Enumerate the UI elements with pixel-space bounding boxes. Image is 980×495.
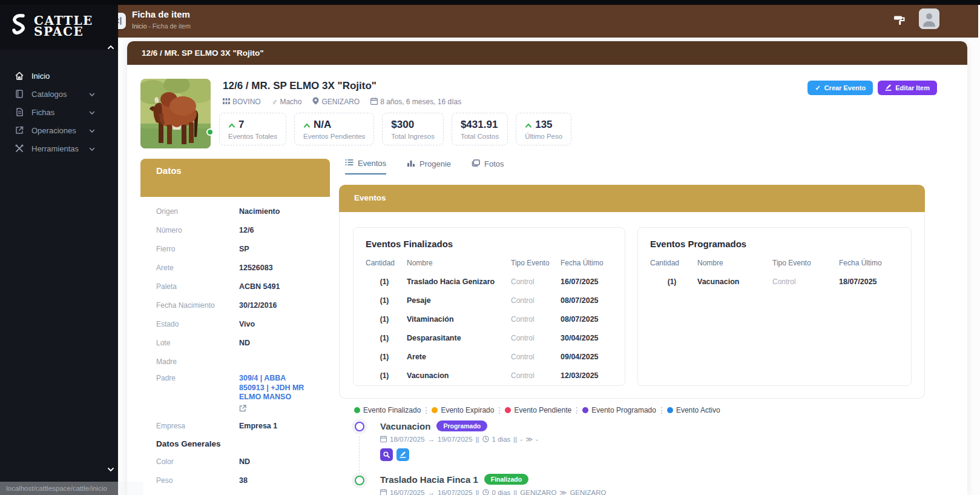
- breadcrumb-home[interactable]: Inicio: [132, 22, 147, 30]
- sidebar-item-fichas[interactable]: Fichas: [0, 103, 118, 121]
- datos-generales-title: Datos Generales: [140, 436, 330, 453]
- timeline-item-traslado: Traslado Hacia Finca 1 Finalizado 16/07/…: [380, 474, 606, 495]
- yellow-dot-icon: [432, 407, 438, 413]
- datos-row-color: ColorND: [140, 453, 330, 471]
- tab-progenie[interactable]: Progenie: [407, 159, 451, 174]
- stat-eventos-totales: 7 Eventos Totales: [219, 113, 286, 145]
- datos-row-padre: Padre 309/4 | ABBA 850913 | +JDH MR ELMO…: [140, 371, 330, 417]
- age-label: 8 años, 6 meses, 16 días: [380, 98, 461, 106]
- tab-eventos[interactable]: Eventos: [345, 159, 386, 174]
- calendar-icon: [380, 436, 387, 444]
- list-icon: [345, 159, 354, 168]
- male-icon: ♂: [272, 98, 278, 107]
- eventos-finalizados-card: Eventos Finalizados Cantidad Nombre Tipo…: [353, 227, 625, 386]
- table-row[interactable]: (1)VitaminaciónControl08/07/2025: [366, 315, 613, 324]
- stat-label: Eventos Pendientes: [303, 133, 365, 140]
- route-separator: ≫: [525, 435, 533, 444]
- calendar-icon: [370, 98, 378, 107]
- sidebar-item-operaciones[interactable]: Operaciones: [0, 121, 118, 139]
- tab-fotos[interactable]: Fotos: [472, 159, 504, 174]
- species-grid-icon: [223, 98, 230, 107]
- pipes-separator: ||: [476, 489, 479, 495]
- datos-panel-title: Datos: [140, 159, 330, 197]
- sidebar-scroll-down-icon[interactable]: [107, 463, 114, 474]
- stat-total-ingresos: $300 Total Ingresos: [382, 113, 444, 145]
- event-status-legend: Evento Finalizado Evento Expirado Evento…: [354, 406, 720, 414]
- clock-icon: [482, 489, 489, 495]
- route-separator: ≫: [559, 488, 567, 495]
- purple-dot-icon: [582, 407, 588, 413]
- table-row[interactable]: (1)AreteControl09/04/2025: [366, 353, 613, 361]
- eventos-finalizados-title: Eventos Finalizados: [366, 239, 613, 249]
- blue-dot-icon: [667, 407, 673, 413]
- timeline-connector: [359, 436, 360, 474]
- link-status-tooltip: localhost/cattlespace/cattle/inicio: [0, 482, 143, 495]
- legend-activo: Evento Activo: [667, 406, 720, 414]
- datos-row-estado: EstadoVivo: [140, 314, 330, 333]
- timeline-item-vacunacion: Vacunacion Programado 18/07/2025 → 19/07…: [380, 420, 538, 461]
- table-row[interactable]: (1)VacunacionControl18/07/2025: [650, 277, 899, 286]
- sidebar-item-inicio[interactable]: Inicio: [0, 67, 118, 85]
- check-icon: ✓: [815, 84, 820, 92]
- animal-photo[interactable]: [140, 79, 211, 148]
- sidebar-nav: Inicio Catalogos Fichas Operaciones: [0, 67, 118, 158]
- clock-icon: [482, 436, 489, 444]
- arrow-right-separator: →: [428, 436, 435, 443]
- eventos-programados-title: Eventos Programados: [650, 239, 899, 249]
- table-row[interactable]: (1)PesajeControl08/07/2025: [366, 296, 613, 305]
- sidebar-item-catalogos[interactable]: Catalogos: [0, 85, 118, 103]
- export-icon: [15, 125, 24, 135]
- edit-event-button[interactable]: [396, 448, 409, 461]
- stat-label: Eventos Totales: [228, 133, 277, 140]
- datos-row-fierro: FierroSP: [140, 239, 330, 258]
- photos-icon: [472, 159, 480, 168]
- datos-row-fecha-nacimiento: Fecha Nacimiento30/12/2016: [140, 296, 330, 314]
- breadcrumb-current: Ficha de item: [153, 22, 191, 30]
- edit-pencil-icon: [885, 84, 892, 92]
- eventos-panel: Eventos Eventos Finalizados Cantidad Nom…: [339, 185, 925, 399]
- pipes-separator: ||: [513, 489, 517, 495]
- datos-row-empresa: EmpresaEmpresa 1: [140, 417, 330, 436]
- datos-row-lote: LoteND: [140, 333, 330, 352]
- table-row[interactable]: (1)Traslado Hacia GenizaroControl16/07/2…: [366, 277, 613, 286]
- pipes-separator: ||: [476, 436, 479, 443]
- status-badge: Programado: [436, 420, 487, 431]
- item-meta-row: BOVINO ♂ Macho GENIZARO 8 años, 6 meses,…: [223, 97, 461, 107]
- chevron-down-icon: [89, 144, 95, 153]
- timeline-event-title: Vacunacion: [380, 421, 430, 431]
- stats-row: 7 Eventos Totales N/A Eventos Pendientes…: [219, 113, 571, 145]
- trend-up-icon: [228, 119, 235, 131]
- location-pin-icon: [312, 97, 319, 107]
- app-logo[interactable]: CATTLE SPACE: [0, 5, 118, 50]
- status-online-dot: [206, 128, 214, 136]
- stat-value: $300: [391, 119, 414, 131]
- datos-row-numero: Número12/6: [140, 221, 330, 239]
- item-card-title: 12/6 / MR. SP ELMO 3X "Rojito": [127, 41, 967, 65]
- window-top-strip: [0, 0, 980, 5]
- table-header: Cantidad Nombre Tipo Evento Fecha Último: [650, 259, 899, 267]
- padre-link[interactable]: 309/4 | ABBA 850913 | +JDH MR ELMO MANSO: [239, 374, 313, 402]
- sidebar-item-label: Fichas: [31, 108, 54, 117]
- datos-row-madre: Madre: [140, 352, 330, 371]
- theme-paint-roller-icon[interactable]: [893, 15, 906, 29]
- table-row[interactable]: (1)VacunacionControl12/03/2025: [366, 371, 613, 380]
- edit-item-button[interactable]: Editar Item: [878, 81, 937, 95]
- external-link-icon[interactable]: [239, 404, 313, 414]
- location-chip: GENIZARO: [312, 97, 360, 107]
- view-event-button[interactable]: [380, 448, 393, 461]
- sex-label: Macho: [280, 98, 301, 106]
- user-avatar[interactable]: [919, 8, 939, 29]
- trend-up-icon: [525, 119, 532, 131]
- sex-chip: ♂ Macho: [272, 98, 302, 107]
- stat-label: Último Peso: [525, 133, 562, 140]
- timeline-event-meta: 18/07/2025 → 19/07/2025 || 1 dias || - ≫…: [380, 435, 538, 444]
- sidebar-scroll-up-icon[interactable]: [107, 41, 114, 52]
- item-name: 12/6 / MR. SP ELMO 3X "Rojito": [223, 80, 377, 92]
- table-row[interactable]: (1)DesparasitanteControl30/04/2025: [366, 334, 613, 342]
- sidebar-item-herramientas[interactable]: Herramientas: [0, 139, 118, 158]
- location-label: GENIZARO: [321, 98, 360, 106]
- stat-label: Total Costos: [461, 133, 499, 140]
- status-badge: Finalizado: [484, 474, 528, 485]
- timeline-event-meta: 16/07/2025 → 16/07/2025 || 0 dias || GEN…: [380, 488, 606, 495]
- create-event-button[interactable]: ✓ Crear Evento: [807, 81, 873, 95]
